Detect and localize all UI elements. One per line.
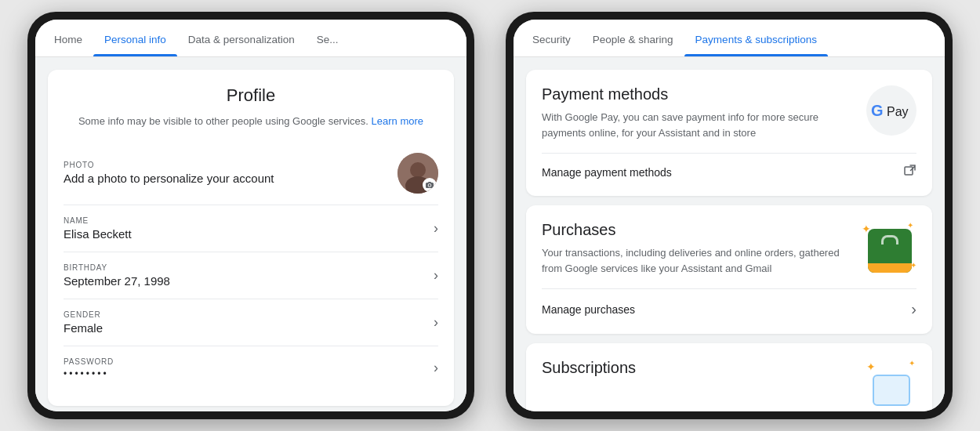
left-phone-screen: Home Personal info Data & personalizatio… [35, 20, 466, 411]
purchases-title: Purchases [542, 221, 852, 239]
purchases-chevron: › [911, 300, 916, 318]
camera-icon [425, 181, 434, 189]
gender-chevron: › [434, 314, 438, 331]
purchases-desc: Your transactions, including deliveries … [542, 245, 852, 276]
right-screen-content: Payment methods With Google Pay, you can… [514, 57, 945, 411]
left-tab-bar: Home Personal info Data & personalizatio… [35, 20, 466, 57]
phones-container: Home Personal info Data & personalizatio… [20, 4, 960, 427]
right-tab-bar: Security People & sharing Payments & sub… [514, 20, 945, 57]
svg-point-1 [410, 162, 426, 178]
gender-label: GENDER [64, 310, 103, 319]
subscriptions-card: Subscriptions ✦ ✦ [526, 343, 932, 411]
profile-title: Profile [64, 85, 438, 106]
sub-sparkle-1: ✦ [866, 360, 876, 373]
payment-desc: With Google Pay, you can save payment in… [542, 110, 857, 140]
tab-security[interactable]: Security [521, 20, 582, 56]
shopping-bag-icon: ✦ ✦ ✦ [862, 221, 916, 276]
manage-purchases-row[interactable]: Manage purchases › [542, 288, 916, 318]
tab-data-personalization[interactable]: Data & personalization [177, 20, 306, 56]
password-value: •••••••• [64, 368, 114, 379]
right-phone: Security People & sharing Payments & sub… [506, 12, 953, 419]
left-phone: Home Personal info Data & personalizatio… [27, 12, 474, 419]
password-row[interactable]: PASSWORD •••••••• › [64, 346, 438, 390]
gender-row[interactable]: GENDER Female › [64, 299, 438, 346]
photo-value: Add a photo to personalize your account [64, 172, 274, 185]
name-chevron: › [434, 220, 438, 237]
tab-home[interactable]: Home [43, 20, 93, 56]
manage-purchases-text: Manage purchases [542, 303, 635, 316]
payment-title: Payment methods [542, 85, 857, 103]
manage-payment-text: Manage payment methods [542, 166, 672, 179]
svg-text:G Pay: G Pay [871, 102, 909, 119]
birthday-value: September 27, 1998 [64, 274, 170, 288]
payment-methods-card: Payment methods With Google Pay, you can… [526, 70, 932, 196]
tab-payments-subscriptions[interactable]: Payments & subscriptions [684, 20, 828, 56]
name-label: NAME [64, 216, 132, 225]
birthday-label: BIRTHDAY [64, 263, 170, 272]
svg-rect-8 [905, 167, 913, 175]
svg-point-5 [429, 184, 431, 187]
birthday-row[interactable]: BIRTHDAY September 27, 1998 › [64, 252, 438, 299]
photo-row[interactable]: PHOTO Add a photo to personalize your ac… [64, 142, 438, 205]
password-label: PASSWORD [64, 357, 114, 366]
avatar [397, 153, 438, 194]
name-row[interactable]: NAME Elisa Beckett › [64, 205, 438, 252]
tab-security-left[interactable]: Se... [306, 20, 350, 56]
sub-sparkle-2: ✦ [909, 359, 915, 368]
external-link-icon [904, 165, 916, 180]
sparkle-icon-2: ✦ [907, 221, 913, 230]
right-phone-screen: Security People & sharing Payments & sub… [514, 20, 945, 411]
photo-label: PHOTO [64, 161, 274, 169]
left-screen-content: Profile Some info may be visible to othe… [35, 57, 466, 411]
learn-more-link[interactable]: Learn more [372, 115, 423, 127]
camera-badge [423, 178, 437, 192]
tab-personal-info[interactable]: Personal info [93, 20, 177, 56]
name-value: Elisa Beckett [64, 227, 132, 241]
svg-rect-6 [428, 182, 431, 183]
tab-people-sharing[interactable]: People & sharing [582, 20, 684, 56]
subscriptions-title: Subscriptions [542, 359, 857, 377]
subscriptions-icon: ✦ ✦ [866, 359, 916, 409]
manage-payment-row[interactable]: Manage payment methods [542, 153, 916, 180]
birthday-chevron: › [434, 267, 438, 284]
gpay-svg: G Pay [871, 102, 912, 119]
password-chevron: › [434, 360, 438, 376]
profile-card: Profile Some info may be visible to othe… [48, 70, 454, 406]
profile-subtitle: Some info may be visible to other people… [64, 114, 438, 129]
purchases-card: Purchases Your transactions, including d… [526, 205, 932, 334]
gender-value: Female [64, 321, 103, 335]
gpay-logo: G Pay [866, 85, 916, 136]
